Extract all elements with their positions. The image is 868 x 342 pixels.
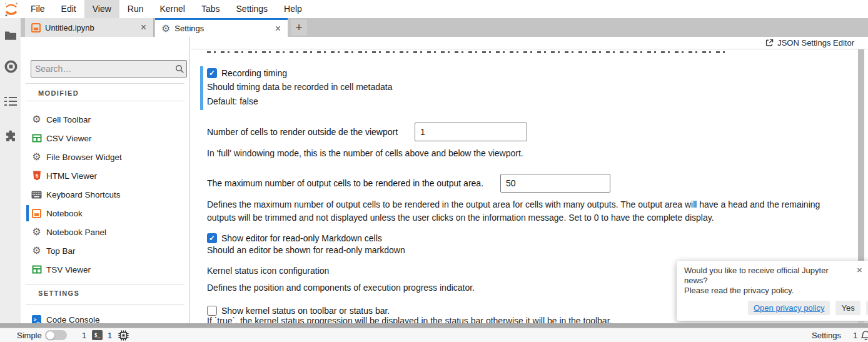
terminal-icon[interactable]: $_: [92, 328, 103, 342]
viewport-count-input[interactable]: [415, 123, 527, 141]
simple-mode-label: Simple: [17, 328, 42, 342]
tsv-table-icon: [31, 264, 42, 275]
menu-bar: File Edit View Run Kernel Tabs Settings …: [0, 0, 868, 18]
menu-help[interactable]: Help: [276, 0, 310, 18]
modified-indicator-bar: [200, 66, 203, 110]
open-privacy-policy-button[interactable]: Open privacy policy: [748, 301, 830, 315]
max-outputs-input[interactable]: [500, 174, 610, 193]
search-icon: [173, 64, 186, 74]
notification-message: Would you like to receive official Jupyt…: [684, 266, 842, 286]
divider: [26, 284, 184, 285]
sidebar-item-label: HTML Viewer: [46, 171, 97, 181]
setting-viewport-label: Number of cells to render outside de the…: [207, 123, 398, 141]
kernel-chip-icon[interactable]: [118, 328, 129, 342]
sidebar-item-label: Notebook Panel: [46, 228, 106, 237]
menu-kernel[interactable]: Kernel: [151, 0, 193, 18]
notebook-icon: [31, 208, 42, 219]
divider: [26, 101, 184, 101]
jupyter-logo-icon: [0, 0, 23, 18]
setting-recording-timing: Recording timing: [207, 67, 287, 79]
json-settings-editor-button[interactable]: JSON Settings Editor: [777, 38, 854, 48]
file-browser-icon[interactable]: [4, 28, 18, 42]
notification-toast: Would you like to receive official Jupyt…: [677, 261, 868, 321]
yes-button[interactable]: Yes: [835, 301, 860, 315]
html5-icon: 5: [31, 171, 42, 181]
gear-icon: ⚙: [31, 152, 42, 163]
csv-table-icon: [31, 133, 42, 144]
sidebar-item-label: CSV Viewer: [46, 134, 92, 143]
menu-run[interactable]: Run: [119, 0, 152, 18]
tab-settings[interactable]: ⚙ Settings ×: [155, 18, 288, 37]
notifications-count[interactable]: 1: [853, 328, 857, 342]
setting-kernel-status-toolbar: Show kernel status on toolbar or status …: [207, 304, 390, 317]
gear-icon: ⚙: [31, 114, 42, 125]
sidebar-item-label: Top Bar: [46, 246, 76, 256]
settings-status-item[interactable]: Settings: [812, 328, 841, 342]
sidebar-item-label: Keyboard Shortcuts: [46, 190, 121, 199]
divider: [26, 83, 184, 84]
sidebar-item-label: TSV Viewer: [46, 265, 91, 274]
sidebar-item-notebook[interactable]: Notebook: [21, 204, 190, 223]
sidebar-item-label: Cell Toolbar: [46, 115, 91, 124]
gear-icon: ⚙: [161, 24, 170, 34]
setting-label: Show editor for read-only Markdown cells: [221, 233, 382, 243]
table-of-contents-icon[interactable]: [4, 94, 18, 108]
running-kernels-icon[interactable]: [4, 59, 18, 73]
sidebar-item-keyboard-shortcuts[interactable]: Keyboard Shortcuts: [21, 185, 190, 204]
setting-kernel-status-label: Kernel status icon configuration: [207, 266, 329, 276]
workspace-frame-band: [0, 323, 868, 328]
recording-timing-checkbox[interactable]: [207, 68, 217, 78]
vertical-scrollbar-thumb[interactable]: [858, 49, 864, 269]
notification-privacy-text: Please read the privacy policy.: [684, 286, 842, 296]
sidebar-item-file-browser-widget[interactable]: ⚙ File Browser Widget: [21, 148, 190, 166]
sidebar-item-tsv-viewer[interactable]: TSV Viewer: [21, 260, 190, 279]
gear-icon: ⚙: [31, 227, 42, 238]
kernel-status-toolbar-checkbox[interactable]: [207, 306, 217, 316]
setting-description: In 'full' windowing mode, this is the nu…: [207, 148, 523, 159]
setting-markdown-editor: Show editor for read-only Markdown cells: [207, 232, 382, 244]
sidebar-item-label: Code Console: [46, 315, 100, 324]
markdown-editor-checkbox[interactable]: [207, 233, 217, 243]
status-bar: Simple 1 $_ 1 Settings 1: [0, 328, 868, 342]
sidebar-item-html-viewer[interactable]: 5 HTML Viewer: [21, 166, 190, 185]
jupyterlab-window: File Edit View Run Kernel Tabs Settings …: [0, 0, 868, 342]
tab-untitled-ipynb[interactable]: Untitled.ipynb ×: [25, 18, 154, 37]
sidebar-item-label: File Browser Widget: [46, 153, 122, 162]
tab-bar: Untitled.ipynb × ⚙ Settings × +: [21, 18, 868, 37]
simple-mode-toggle[interactable]: [45, 328, 67, 342]
activity-bar: [0, 18, 21, 323]
search-box: [31, 60, 187, 78]
sidebar-item-csv-viewer[interactable]: CSV Viewer: [21, 129, 190, 148]
tab-label: Settings: [174, 24, 268, 33]
extension-manager-icon[interactable]: [4, 129, 18, 143]
menu-edit[interactable]: Edit: [53, 0, 84, 18]
close-icon[interactable]: ×: [273, 24, 283, 34]
tab-label: Untitled.ipynb: [45, 23, 134, 33]
svg-text:5: 5: [35, 173, 38, 179]
menu-tabs[interactable]: Tabs: [193, 0, 228, 18]
sidebar-item-notebook-panel[interactable]: ⚙ Notebook Panel: [21, 223, 190, 241]
search-input[interactable]: [31, 64, 173, 74]
sidebar-item-label: Notebook: [46, 209, 83, 218]
kernels-count[interactable]: 1: [108, 328, 112, 342]
code-console-icon: >_: [31, 314, 42, 324]
setting-description: Should an editor be shown for read-only …: [207, 245, 405, 256]
menu-view[interactable]: View: [84, 0, 119, 18]
terminals-count[interactable]: 1: [82, 328, 86, 342]
clipped-text-line: [207, 51, 726, 53]
sidebar-item-code-console[interactable]: >_ Code Console: [21, 310, 190, 323]
menu-settings[interactable]: Settings: [228, 0, 276, 18]
close-icon[interactable]: ×: [139, 23, 148, 33]
setting-default-value: Default: false: [207, 96, 258, 107]
sidebar-item-cell-toolbar[interactable]: ⚙ Cell Toolbar: [21, 110, 190, 129]
new-tab-button[interactable]: +: [291, 19, 307, 36]
setting-description: Should timing data be recorded in cell m…: [207, 82, 393, 93]
notebook-icon: [31, 23, 41, 33]
sidebar-item-top-bar[interactable]: ⚙ Top Bar: [21, 241, 190, 260]
notification-actions: Open privacy policy Yes No: [748, 301, 868, 315]
close-icon[interactable]: ×: [857, 264, 862, 275]
setting-max-outputs-label: The maximum number of output cells to be…: [207, 174, 483, 193]
menu-file[interactable]: File: [23, 0, 53, 18]
modified-section-header: MODIFIED: [38, 89, 79, 97]
bell-icon[interactable]: [861, 328, 868, 342]
